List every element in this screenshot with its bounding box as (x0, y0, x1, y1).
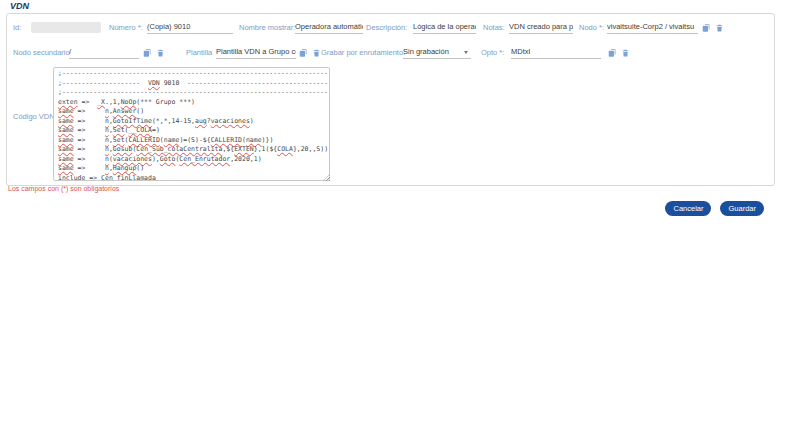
opto-input[interactable]: MDtxl (511, 46, 601, 59)
nodo-label: Nodo *: (579, 21, 604, 34)
plantilla-input[interactable]: Plantilla VDN a Grupo con (216, 46, 296, 59)
nombre-mostrar-input[interactable]: Operadora automática (295, 21, 363, 34)
nodo-secundario-input[interactable]: / (69, 46, 139, 59)
vdn-code-textarea[interactable]: ;---------------------------------------… (53, 67, 330, 181)
save-button[interactable]: Guardar (720, 201, 764, 216)
page-title: VDN (10, 1, 29, 11)
copy-icon[interactable] (702, 23, 711, 33)
nodo-input[interactable]: vivaitsuite-Corp2 / vivaitsu (607, 21, 698, 34)
cancel-button[interactable]: Cancelar (665, 201, 711, 216)
descripcion-input[interactable]: Lógica de la operadora au (413, 21, 476, 34)
copy-icon[interactable] (143, 48, 152, 58)
numero-input[interactable]: (Copia) 9010 (147, 21, 233, 34)
nombre-mostrar-label: Nombre mostrar: (239, 21, 295, 34)
required-fields-note: Los campos con (*) son obligatorios (8, 185, 119, 192)
trash-icon[interactable] (312, 48, 321, 58)
chevron-down-icon (464, 51, 468, 54)
notas-input[interactable]: VDN creado para planifica (509, 21, 573, 34)
notas-label: Notas: (483, 21, 505, 34)
id-input (31, 22, 101, 33)
grabar-enrutamiento-label: Grabar por enrutamiento: (321, 46, 405, 59)
copy-icon[interactable] (608, 48, 617, 58)
descripcion-label: Descripción: (366, 21, 407, 34)
vdn-form-panel: Id: Número *: (Copia) 9010 Nombre mostra… (6, 13, 775, 186)
trash-icon[interactable] (621, 48, 630, 58)
plantilla-label: Plantilla (186, 46, 212, 59)
trash-icon[interactable] (715, 23, 724, 33)
grabar-enrutamiento-value: Sin grabación (403, 47, 449, 56)
grabar-enrutamiento-select[interactable]: Sin grabación (403, 46, 471, 59)
trash-icon[interactable] (156, 48, 165, 58)
copy-icon[interactable] (299, 48, 308, 58)
nodo-secundario-label: Nodo secundario (13, 46, 70, 59)
opto-label: Opto *: (481, 46, 504, 59)
id-label: Id: (13, 21, 21, 34)
numero-label: Número *: (109, 21, 143, 34)
form-actions: Cancelar Guardar (665, 201, 764, 216)
codigo-vdn-label: Código VDN: (13, 110, 57, 123)
